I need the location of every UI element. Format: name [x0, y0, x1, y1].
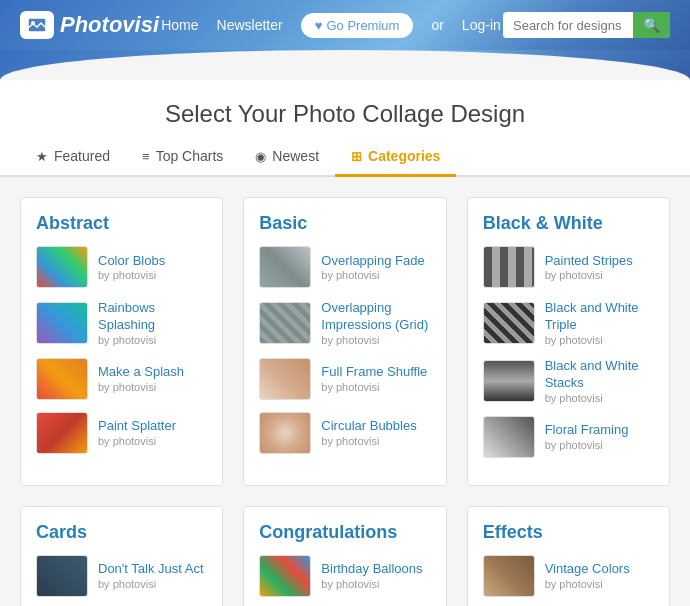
- categories-tab-label: Categories: [368, 148, 440, 164]
- tabs-bar: ★Featured≡Top Charts◉Newest⊞Categories: [0, 138, 690, 177]
- design-item[interactable]: Full Frame Shuffleby photovisi: [259, 358, 430, 400]
- heart-icon: ♥: [315, 18, 323, 33]
- design-thumbnail: [259, 358, 311, 400]
- design-item[interactable]: Birthday Balloonsby photovisi: [259, 555, 430, 597]
- design-item[interactable]: Paint Splatterby photovisi: [36, 412, 207, 454]
- design-author: by photovisi: [545, 392, 654, 404]
- design-thumbnail: [483, 360, 535, 402]
- page-title: Select Your Photo Collage Design: [0, 100, 690, 128]
- design-item[interactable]: Color Blobsby photovisi: [36, 246, 207, 288]
- design-name: Birthday Balloons: [321, 561, 422, 578]
- design-thumbnail: [259, 412, 311, 454]
- design-item[interactable]: Circular Bubblesby photovisi: [259, 412, 430, 454]
- design-name: Floral Framing: [545, 422, 629, 439]
- search-icon: 🔍: [643, 17, 660, 33]
- design-info: Rainbows Splashingby photovisi: [98, 300, 207, 346]
- category-abstract: AbstractColor Blobsby photovisiRainbows …: [20, 197, 223, 486]
- category-basic: BasicOverlapping Fadeby photovisiOverlap…: [243, 197, 446, 486]
- category-effects: EffectsVintage Colorsby photovisiVintage…: [467, 506, 670, 606]
- category-cards: CardsDon't Talk Just Actby photovisiSay …: [20, 506, 223, 606]
- category-title-congratulations: Congratulations: [259, 522, 430, 543]
- design-info: Overlapping Fadeby photovisi: [321, 253, 424, 282]
- design-item[interactable]: Make a Splashby photovisi: [36, 358, 207, 400]
- design-name: Overlapping Impressions (Grid): [321, 300, 430, 334]
- design-author: by photovisi: [98, 269, 165, 281]
- nav-links: Home Newsletter ♥ Go Premium or Log-in: [161, 13, 501, 38]
- design-thumbnail: [483, 416, 535, 458]
- logo-icon: [20, 11, 54, 39]
- design-info: Paint Splatterby photovisi: [98, 418, 176, 447]
- tab-featured[interactable]: ★Featured: [20, 138, 126, 177]
- nav-home[interactable]: Home: [161, 17, 198, 33]
- search-input[interactable]: [503, 13, 633, 38]
- design-name: Painted Stripes: [545, 253, 633, 270]
- design-item[interactable]: Black and White Tripleby photovisi: [483, 300, 654, 346]
- design-info: Overlapping Impressions (Grid)by photovi…: [321, 300, 430, 346]
- design-info: Painted Stripesby photovisi: [545, 253, 633, 282]
- design-author: by photovisi: [321, 269, 424, 281]
- design-info: Black and White Tripleby photovisi: [545, 300, 654, 346]
- design-name: Black and White Triple: [545, 300, 654, 334]
- design-author: by photovisi: [545, 439, 629, 451]
- design-info: Vintage Colorsby photovisi: [545, 561, 630, 590]
- categories-tab-icon: ⊞: [351, 149, 362, 164]
- search-bar: 🔍: [503, 12, 670, 38]
- design-author: by photovisi: [321, 578, 422, 590]
- design-thumbnail: [36, 358, 88, 400]
- design-author: by photovisi: [98, 435, 176, 447]
- design-thumbnail: [259, 555, 311, 597]
- main-content: AbstractColor Blobsby photovisiRainbows …: [0, 177, 690, 606]
- category-title-cards: Cards: [36, 522, 207, 543]
- design-item[interactable]: Floral Framingby photovisi: [483, 416, 654, 458]
- design-item[interactable]: Overlapping Impressions (Grid)by photovi…: [259, 300, 430, 346]
- login-link[interactable]: Log-in: [462, 17, 501, 33]
- top-charts-tab-label: Top Charts: [156, 148, 224, 164]
- design-author: by photovisi: [545, 578, 630, 590]
- design-item[interactable]: Overlapping Fadeby photovisi: [259, 246, 430, 288]
- design-name: Vintage Colors: [545, 561, 630, 578]
- design-name: Color Blobs: [98, 253, 165, 270]
- category-congratulations: CongratulationsBirthday Balloonsby photo…: [243, 506, 446, 606]
- design-item[interactable]: Rainbows Splashingby photovisi: [36, 300, 207, 346]
- tab-top-charts[interactable]: ≡Top Charts: [126, 138, 239, 177]
- design-name: Rainbows Splashing: [98, 300, 207, 334]
- go-premium-label: Go Premium: [326, 18, 399, 33]
- newest-tab-icon: ◉: [255, 149, 266, 164]
- design-thumbnail: [483, 302, 535, 344]
- design-author: by photovisi: [98, 334, 207, 346]
- design-item[interactable]: Vintage Colorsby photovisi: [483, 555, 654, 597]
- design-author: by photovisi: [321, 435, 416, 447]
- category-title-basic: Basic: [259, 213, 430, 234]
- design-thumbnail: [36, 555, 88, 597]
- design-name: Full Frame Shuffle: [321, 364, 427, 381]
- design-info: Color Blobsby photovisi: [98, 253, 165, 282]
- design-item[interactable]: Black and White Stacksby photovisi: [483, 358, 654, 404]
- design-thumbnail: [36, 302, 88, 344]
- design-name: Overlapping Fade: [321, 253, 424, 270]
- design-item[interactable]: Don't Talk Just Actby photovisi: [36, 555, 207, 597]
- design-thumbnail: [36, 246, 88, 288]
- page-title-section: Select Your Photo Collage Design: [0, 80, 690, 138]
- design-info: Birthday Balloonsby photovisi: [321, 561, 422, 590]
- tab-newest[interactable]: ◉Newest: [239, 138, 335, 177]
- category-title-effects: Effects: [483, 522, 654, 543]
- design-name: Black and White Stacks: [545, 358, 654, 392]
- design-name: Make a Splash: [98, 364, 184, 381]
- design-name: Paint Splatter: [98, 418, 176, 435]
- design-name: Don't Talk Just Act: [98, 561, 204, 578]
- design-thumbnail: [259, 302, 311, 344]
- logo[interactable]: Photovisi: [20, 11, 159, 39]
- design-item[interactable]: Painted Stripesby photovisi: [483, 246, 654, 288]
- design-thumbnail: [259, 246, 311, 288]
- category-title-black-white: Black & White: [483, 213, 654, 234]
- design-name: Circular Bubbles: [321, 418, 416, 435]
- design-info: Circular Bubblesby photovisi: [321, 418, 416, 447]
- featured-tab-label: Featured: [54, 148, 110, 164]
- nav-newsletter[interactable]: Newsletter: [217, 17, 283, 33]
- design-author: by photovisi: [545, 334, 654, 346]
- tab-categories[interactable]: ⊞Categories: [335, 138, 456, 177]
- search-button[interactable]: 🔍: [633, 12, 670, 38]
- go-premium-button[interactable]: ♥ Go Premium: [301, 13, 414, 38]
- featured-tab-icon: ★: [36, 149, 48, 164]
- design-info: Full Frame Shuffleby photovisi: [321, 364, 427, 393]
